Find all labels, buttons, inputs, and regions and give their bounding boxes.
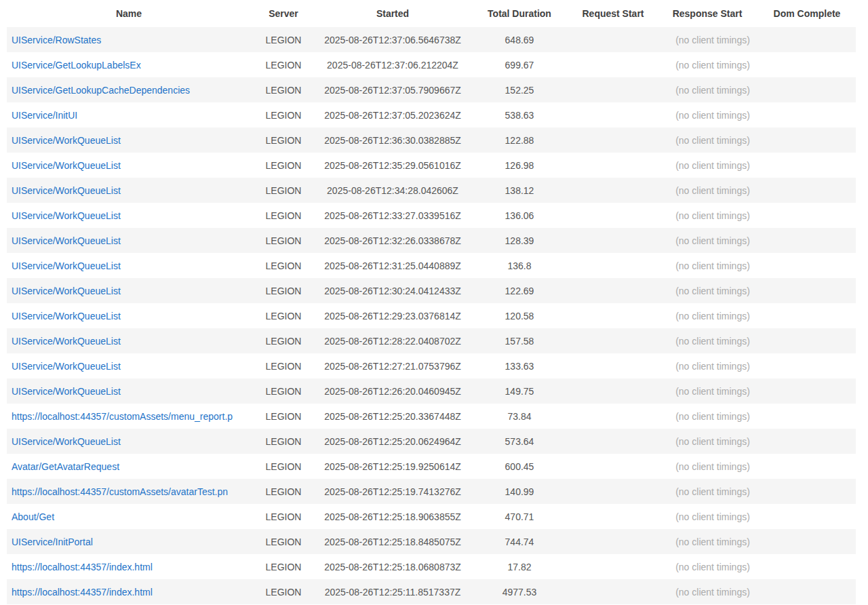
total-duration-cell: 600.45 [469,454,570,479]
request-name-link[interactable]: UIService/WorkQueueList [12,386,121,397]
request-name-link[interactable]: UIService/WorkQueueList [12,361,121,372]
request-name-link[interactable]: UIService/GetLookupLabelsEx [12,60,141,71]
started-cell: 2025-08-26T12:27:21.0753796Z [316,353,469,378]
request-name-link[interactable]: UIService/WorkQueueList [12,436,121,447]
request-name-link[interactable]: https://localhost:44357/customAssets/ava… [12,486,228,497]
column-header-server: Server [251,0,316,27]
total-duration-cell: 128.39 [469,228,570,253]
profiler-results-page: NameServerStartedTotal DurationRequest S… [0,0,868,605]
server-cell: LEGION [251,128,316,153]
total-duration-cell: 538.63 [469,102,570,128]
request-name-cell: UIService/WorkQueueList [7,128,251,153]
started-cell: 2025-08-26T12:25:18.0680873Z [316,554,469,579]
request-name-link[interactable]: UIService/WorkQueueList [12,286,121,296]
request-name-link[interactable]: https://localhost:44357/index.html [12,562,153,572]
server-cell: LEGION [251,554,316,579]
table-row: UIService/WorkQueueList LEGION 2025-08-2… [7,228,856,253]
request-name-link[interactable]: UIService/WorkQueueList [12,185,121,196]
request-name-link[interactable]: UIService/WorkQueueList [12,235,121,246]
table-row: UIService/WorkQueueList LEGION 2025-08-2… [7,153,856,178]
server-cell: LEGION [251,153,316,178]
table-row: https://localhost:44357/customAssets/men… [7,404,856,429]
total-duration-cell: 573.64 [469,429,570,454]
no-client-timings-cell: (no client timings) [570,278,856,303]
table-row: UIService/InitUI LEGION 2025-08-26T12:37… [7,102,856,128]
total-duration-cell: 152.25 [469,77,570,102]
request-name-cell: UIService/WorkQueueList [7,178,251,203]
table-row: UIService/GetLookupLabelsEx LEGION 2025-… [7,52,856,77]
total-duration-cell: 470.71 [469,504,570,529]
table-row: Avatar/GetAvatarRequest LEGION 2025-08-2… [7,454,856,479]
request-name-cell: https://localhost:44357/index.html [7,554,251,579]
started-cell: 2025-08-26T12:33:27.0339516Z [316,203,469,228]
request-name-link[interactable]: UIService/GetLookupCacheDependencies [12,85,190,96]
request-name-link[interactable]: UIService/WorkQueueList [12,160,121,171]
request-name-cell: UIService/WorkQueueList [7,278,251,303]
no-client-timings-cell: (no client timings) [570,52,856,77]
server-cell: LEGION [251,253,316,278]
total-duration-cell: 73.84 [469,404,570,429]
started-cell: 2025-08-26T12:25:11.8517337Z [316,579,469,604]
started-cell: 2025-08-26T12:34:28.042606Z [316,178,469,203]
request-name-link[interactable]: https://localhost:44357/index.html [12,587,153,598]
total-duration-cell: 140.99 [469,479,570,504]
request-name-link[interactable]: https://localhost:44357/customAssets/men… [12,411,233,422]
no-client-timings-cell: (no client timings) [570,353,856,378]
no-client-timings-cell: (no client timings) [570,203,856,228]
no-client-timings-cell: (no client timings) [570,504,856,529]
request-name-link[interactable]: UIService/WorkQueueList [12,135,121,146]
request-name-cell: UIService/WorkQueueList [7,353,251,378]
total-duration-cell: 138.12 [469,178,570,203]
table-row: UIService/WorkQueueList LEGION 2025-08-2… [7,278,856,303]
table-row: UIService/WorkQueueList LEGION 2025-08-2… [7,328,856,353]
request-name-link[interactable]: UIService/WorkQueueList [12,260,121,271]
total-duration-cell: 157.58 [469,328,570,353]
request-name-cell: UIService/WorkQueueList [7,429,251,454]
table-header-row: NameServerStartedTotal DurationRequest S… [7,0,856,27]
started-cell: 2025-08-26T12:37:05.2023624Z [316,102,469,128]
total-duration-cell: 126.98 [469,153,570,178]
table-row: UIService/WorkQueueList LEGION 2025-08-2… [7,353,856,378]
total-duration-cell: 149.75 [469,378,570,404]
started-cell: 2025-08-26T12:37:06.5646738Z [316,27,469,52]
requests-table: NameServerStartedTotal DurationRequest S… [7,0,856,604]
started-cell: 2025-08-26T12:37:06.212204Z [316,52,469,77]
started-cell: 2025-08-26T12:26:20.0460945Z [316,378,469,404]
server-cell: LEGION [251,328,316,353]
request-name-cell: UIService/WorkQueueList [7,378,251,404]
request-name-link[interactable]: UIService/WorkQueueList [12,210,121,221]
server-cell: LEGION [251,203,316,228]
request-name-link[interactable]: UIService/WorkQueueList [12,311,121,321]
request-name-cell: UIService/WorkQueueList [7,203,251,228]
server-cell: LEGION [251,378,316,404]
started-cell: 2025-08-26T12:30:24.0412433Z [316,278,469,303]
table-row: UIService/WorkQueueList LEGION 2025-08-2… [7,303,856,328]
request-name-link[interactable]: UIService/WorkQueueList [12,336,121,347]
no-client-timings-cell: (no client timings) [570,27,856,52]
started-cell: 2025-08-26T12:31:25.0440889Z [316,253,469,278]
no-client-timings-cell: (no client timings) [570,454,856,479]
request-name-cell: UIService/GetLookupCacheDependencies [7,77,251,102]
table-row: https://localhost:44357/index.html LEGIO… [7,579,856,604]
request-name-link[interactable]: UIService/RowStates [12,35,101,45]
server-cell: LEGION [251,479,316,504]
request-name-link[interactable]: UIService/InitUI [12,110,77,121]
total-duration-cell: 648.69 [469,27,570,52]
request-name-link[interactable]: About/Get [12,511,54,522]
request-name-cell: UIService/WorkQueueList [7,253,251,278]
server-cell: LEGION [251,77,316,102]
total-duration-cell: 136.06 [469,203,570,228]
request-name-link[interactable]: UIService/InitPortal [12,536,93,547]
no-client-timings-cell: (no client timings) [570,153,856,178]
request-name-cell: Avatar/GetAvatarRequest [7,454,251,479]
request-name-link[interactable]: Avatar/GetAvatarRequest [12,461,119,472]
request-name-cell: UIService/WorkQueueList [7,328,251,353]
server-cell: LEGION [251,303,316,328]
server-cell: LEGION [251,27,316,52]
started-cell: 2025-08-26T12:25:18.8485075Z [316,529,469,554]
column-header-name: Name [7,0,251,27]
request-name-cell: https://localhost:44357/index.html [7,579,251,604]
started-cell: 2025-08-26T12:36:30.0382885Z [316,128,469,153]
server-cell: LEGION [251,353,316,378]
started-cell: 2025-08-26T12:25:19.9250614Z [316,454,469,479]
